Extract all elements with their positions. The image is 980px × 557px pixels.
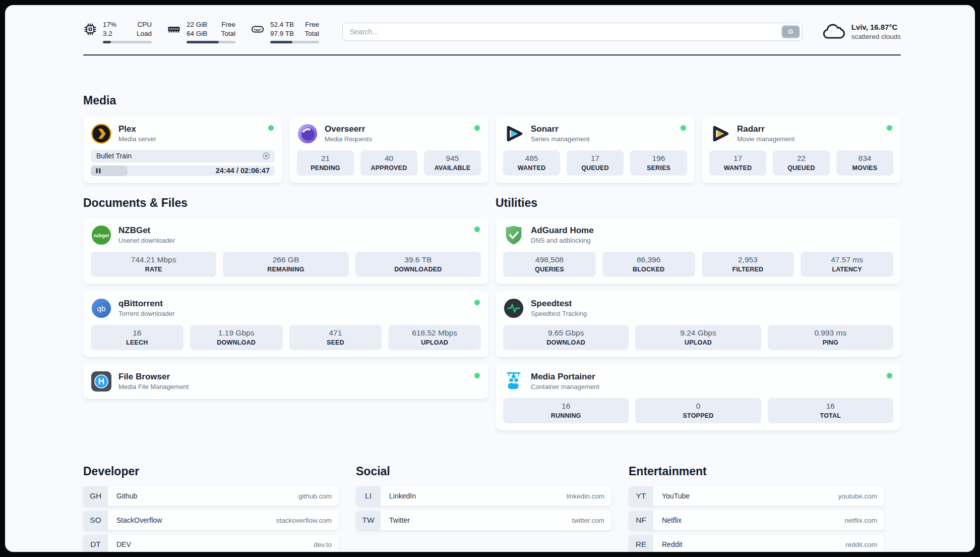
status-dot	[474, 227, 480, 232]
stat-leech: 16 LEECH	[91, 325, 183, 350]
cpu-label-2: Load	[137, 29, 152, 38]
app-card-radarr[interactable]: Radarr Movie management 17 WANTED 22 QUE…	[702, 117, 901, 183]
stat-wanted: 485 WANTED	[503, 150, 560, 176]
bookmark-github[interactable]: GH Github github.com	[83, 486, 339, 506]
app-title: Sonarr	[531, 124, 589, 134]
stat-blocked: 86,396 BLOCKED	[602, 252, 695, 277]
cpu-load-avg: 3.2	[103, 29, 116, 38]
stat-seed: 471 SEED	[289, 325, 382, 350]
section-title-media: Media	[83, 94, 901, 107]
stat-upload: 9.24 Gbps UPLOAD	[635, 325, 761, 350]
stat-approved: 40 APPROVED	[360, 150, 417, 176]
bookmark-domain: reddit.com	[845, 541, 884, 548]
bookmark-youtube[interactable]: YT YouTube youtube.com	[629, 486, 884, 506]
bookmark-stackoverflow[interactable]: SO StackOverflow stackoverflow.com	[83, 511, 339, 530]
status-dot	[681, 125, 686, 131]
disk-widget: 52.4 TB 97.9 TB Free Total	[251, 20, 319, 43]
plex-icon	[91, 123, 112, 144]
playback-progress-bar: 24:44 / 02:06:47	[91, 165, 275, 176]
bookmark-domain: twitter.com	[572, 517, 611, 524]
media-card-row: Plex Media server Bullet Train 24:44 / 0…	[83, 117, 901, 183]
section-title-documents: Documents & Files	[83, 196, 488, 210]
stat-queries: 498,508 QUERIES	[503, 252, 596, 277]
bookmark-twitter[interactable]: TW Twitter twitter.com	[356, 511, 611, 530]
app-subtitle: Movie management	[737, 135, 794, 143]
pause-icon[interactable]	[96, 168, 101, 174]
app-card-speedtest[interactable]: Speedtest Speedtest Tracking 9.65 Gbps D…	[496, 291, 901, 357]
disk-icon	[251, 22, 265, 36]
bookmark-abbr: GH	[83, 486, 108, 506]
app-card-nzbget[interactable]: nzbget NZBGet Usenet downloader 744.21 M…	[83, 218, 488, 284]
app-title: Overseerr	[325, 124, 372, 134]
search-input[interactable]	[342, 23, 803, 41]
app-card-plex[interactable]: Plex Media server Bullet Train 24:44 / 0…	[83, 117, 282, 183]
documents-column: Documents & Files nzbget NZBGet Usenet d…	[83, 196, 488, 406]
bookmark-name: Github	[108, 492, 137, 500]
bookmark-linkedin[interactable]: LI LinkedIn linkedin.com	[356, 486, 611, 506]
app-title: Plex	[118, 124, 156, 134]
memory-label-2: Total	[221, 29, 235, 38]
cpu-label-1: CPU	[137, 20, 152, 29]
session-camera-icon	[262, 152, 270, 160]
bookmark-name: Twitter	[381, 516, 410, 524]
bookmark-abbr: DT	[83, 535, 108, 552]
stat-remaining: 266 GB REMAINING	[223, 252, 348, 277]
cpu-widget: 17% 3.2 CPU Load	[83, 20, 152, 43]
memory-widget: 22 GiB 64 GiB Free Total	[167, 20, 235, 43]
memory-icon	[167, 22, 181, 36]
app-title: Speedtest	[531, 299, 587, 309]
bookmark-abbr: LI	[356, 486, 381, 506]
stat-wanted: 17 WANTED	[709, 150, 766, 176]
cpu-usage: 17%	[103, 20, 116, 29]
app-subtitle: Media server	[118, 135, 156, 143]
app-card-adguard[interactable]: AdGuard Home DNS and adblocking 498,508 …	[496, 218, 901, 284]
status-dot	[474, 125, 480, 131]
disk-free: 52.4 TB	[270, 20, 294, 29]
weather-widget: Lviv, 16.87°C scattered clouds	[822, 23, 901, 41]
utilities-column: Utilities AdGuard Home DNS and	[496, 196, 901, 437]
bookmark-domain: youtube.com	[838, 492, 884, 500]
memory-free: 22 GiB	[187, 20, 207, 29]
status-dot	[474, 373, 480, 378]
bookmark-netflix[interactable]: NF Netflix netflix.com	[629, 511, 884, 530]
now-playing-row: Bullet Train	[91, 150, 275, 162]
search-engine-button[interactable]: G	[781, 25, 800, 38]
svg-text:nzbget: nzbget	[94, 232, 110, 238]
app-title: NZBGet	[118, 226, 175, 236]
app-card-filebrowser[interactable]: File Browser Media File Management	[83, 364, 488, 399]
app-title: AdGuard Home	[531, 226, 594, 236]
section-title-social: Social	[356, 465, 611, 478]
stat-total: 16 TOTAL	[768, 398, 893, 423]
bookmark-group-developer: Developer GH Github github.com SO StackO…	[83, 465, 339, 552]
app-title: qBittorrent	[118, 299, 174, 309]
status-dot	[887, 373, 892, 378]
cpu-icon	[83, 22, 97, 36]
app-card-qbittorrent[interactable]: qb qBittorrent Torrent downloader 16 LEE…	[83, 291, 488, 357]
cloud-icon	[822, 23, 845, 41]
app-card-portainer[interactable]: Media Portainer Container management 16 …	[496, 364, 901, 430]
status-dot	[887, 125, 892, 131]
stat-queued: 22 QUEUED	[773, 150, 830, 176]
stat-rate: 744.21 Mbps RATE	[91, 252, 216, 277]
stat-download: 1.19 Gbps DOWNLOAD	[190, 325, 283, 350]
app-card-sonarr[interactable]: Sonarr Series management 485 WANTED 17 Q…	[496, 117, 695, 183]
header-divider	[83, 54, 901, 55]
stat-upload: 618.52 Mbps UPLOAD	[388, 325, 481, 350]
app-card-overseerr[interactable]: Overseerr Media Requests 21 PENDING 40 A…	[289, 117, 488, 183]
bookmark-name: Reddit	[653, 540, 682, 548]
app-title: Media Portainer	[531, 372, 599, 382]
section-title-utilities: Utilities	[496, 196, 901, 210]
speedtest-icon	[503, 298, 524, 319]
app-subtitle: Series management	[531, 135, 589, 143]
bookmark-domain: stackoverflow.com	[276, 517, 339, 524]
stat-stopped: 0 STOPPED	[635, 398, 761, 423]
stat-download: 9.65 Gbps DOWNLOAD	[503, 325, 629, 350]
stat-queued: 17 QUEUED	[567, 150, 624, 176]
portainer-icon	[503, 371, 524, 392]
status-dot	[268, 125, 274, 131]
bookmark-domain: netflix.com	[844, 517, 884, 524]
app-subtitle: Container management	[531, 383, 599, 391]
system-metrics: 17% 3.2 CPU Load	[83, 20, 319, 43]
bookmark-dev[interactable]: DT DEV dev.to	[83, 535, 339, 552]
bookmark-reddit[interactable]: RE Reddit reddit.com	[629, 535, 884, 552]
